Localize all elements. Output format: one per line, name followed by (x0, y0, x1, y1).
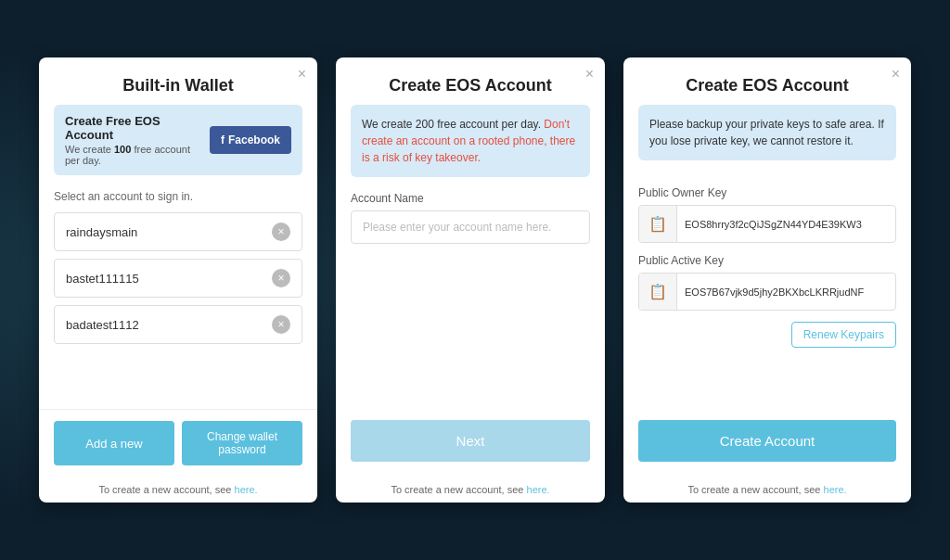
panel1-footer: Add a new Change wallet password (39, 409, 317, 477)
account-name-2: bastet111115 (66, 272, 272, 286)
facebook-label: Facebook (228, 134, 280, 146)
account-name-3: badatest1112 (66, 318, 272, 332)
panel3-body: Please backup your private keys to safe … (623, 105, 911, 477)
bottom-link-2[interactable]: here. (527, 484, 550, 495)
copy-active-key-icon[interactable]: 📋 (639, 274, 677, 310)
panel3-title: Create EOS Account (623, 57, 911, 105)
add-new-button[interactable]: Add a new (54, 421, 174, 465)
public-active-key-value: EOS7B67vjk9d5jhy2BKXbcLKRRjudNF (677, 277, 895, 307)
panel3-info-box: Please backup your private keys to safe … (638, 105, 896, 160)
account-name-1: raindaysmain (66, 225, 272, 239)
account-name-label: Account Name (351, 192, 590, 205)
change-wallet-password-button[interactable]: Change wallet password (182, 421, 302, 465)
create-free-text: Create Free EOS Account We create 100 fr… (65, 114, 202, 166)
panel3-bottom-link: To create a new account, see here. (623, 477, 911, 503)
panel1-title: Built-in Wallet (39, 57, 317, 105)
create-free-section: Create Free EOS Account We create 100 fr… (54, 105, 302, 175)
panel2-info-box: We create 200 free account per day. Don'… (351, 105, 590, 177)
select-account-label: Select an account to sign in. (54, 190, 302, 203)
account-item-3[interactable]: badatest1112 × (54, 305, 302, 344)
close-button-panel3[interactable]: × (892, 67, 900, 82)
next-button[interactable]: Next (351, 420, 590, 462)
public-active-key-label: Public Active Key (638, 254, 896, 267)
facebook-button[interactable]: f Facebook (210, 126, 291, 154)
panel3-info-text: Please backup your private keys to safe … (649, 118, 884, 147)
bottom-link-1[interactable]: here. (235, 484, 258, 495)
public-owner-key-label: Public Owner Key (638, 186, 896, 199)
public-owner-key-field: 📋 EOS8hrry3f2cQiJSgZN44YD4E39KW3 (638, 205, 896, 243)
bottom-link-prefix-2: To create a new account, see (391, 484, 526, 495)
panel2-info-normal: We create 200 free account per day. (362, 118, 544, 131)
create-account-button[interactable]: Create Account (638, 420, 896, 462)
facebook-f-icon: f (221, 134, 225, 146)
public-active-key-field: 📋 EOS7B67vjk9d5jhy2BKXbcLKRRjudNF (638, 273, 896, 311)
close-button-panel2[interactable]: × (585, 67, 594, 82)
bottom-link-prefix-3: To create a new account, see (687, 484, 823, 495)
copy-owner-key-icon[interactable]: 📋 (639, 206, 677, 242)
create-free-sub-prefix: We create (65, 144, 114, 155)
remove-account-1-button[interactable]: × (272, 223, 290, 241)
remove-account-3-button[interactable]: × (272, 315, 290, 334)
create-eos-keys-panel: × Create EOS Account Please backup your … (623, 57, 911, 503)
panel2-bottom-link: To create a new account, see here. (336, 477, 605, 503)
remove-account-2-button[interactable]: × (272, 269, 290, 287)
account-item-1[interactable]: raindaysmain × (54, 212, 302, 251)
panel2-title: Create EOS Account (336, 57, 605, 105)
create-free-sub-highlight: 100 (114, 144, 131, 155)
bottom-link-prefix-1: To create a new account, see (98, 484, 234, 495)
account-name-input[interactable] (351, 210, 590, 244)
create-free-subtitle: We create 100 free account per day. (65, 144, 202, 166)
renew-keypairs-button[interactable]: Renew Keypairs (791, 322, 896, 348)
panel1-bottom-link: To create a new account, see here. (39, 477, 317, 503)
close-button-panel1[interactable]: × (298, 67, 306, 82)
builtin-wallet-panel: × Built-in Wallet Create Free EOS Accoun… (39, 57, 317, 503)
bottom-link-3[interactable]: here. (824, 484, 847, 495)
panel1-body: Create Free EOS Account We create 100 fr… (39, 105, 317, 409)
create-eos-panel: × Create EOS Account We create 200 free … (336, 57, 605, 503)
account-item-2[interactable]: bastet111115 × (54, 259, 302, 298)
create-free-title: Create Free EOS Account (65, 114, 202, 142)
panel2-body: We create 200 free account per day. Don'… (336, 105, 605, 477)
public-owner-key-value: EOS8hrry3f2cQiJSgZN44YD4E39KW3 (677, 210, 895, 239)
